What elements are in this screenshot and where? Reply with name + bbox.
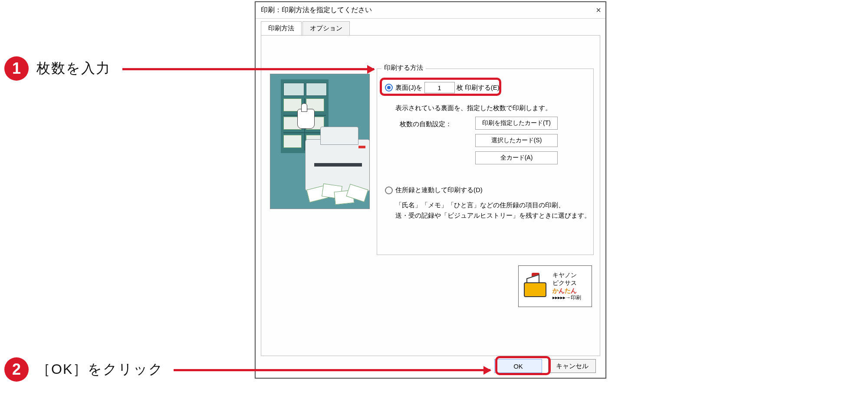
banner-text: キヤノン ピクサス かんたん ▸▸▸▸▸→印刷 <box>552 271 581 301</box>
group-title: 印刷する方法 <box>381 64 426 72</box>
paper-pile-icon <box>308 185 368 206</box>
btn-specified-cards[interactable]: 印刷を指定したカード(T) <box>475 117 558 130</box>
banner-arrow: ▸▸▸▸▸→印刷 <box>552 294 581 301</box>
printer-logo-icon <box>521 271 549 301</box>
tab-print-method[interactable]: 印刷方法 <box>261 21 302 35</box>
callout-line-2 <box>174 369 490 371</box>
titlebar: 印刷：印刷方法を指定してください × <box>256 2 605 19</box>
banner-line1: キヤノン <box>552 271 581 279</box>
print-method-group: 印刷する方法 裏面(J)を 枚 印刷する(E) 表示されている裏面を、指定した枚… <box>377 69 594 255</box>
row1-prefix: 裏面(J)を <box>395 84 423 92</box>
autoset-buttons: 印刷を指定したカード(T) 選択したカード(S) 全カード(A) <box>475 117 558 164</box>
row1-suffix: 枚 印刷する(E) <box>457 84 500 92</box>
dialog-title: 印刷：印刷方法を指定してください <box>261 6 372 15</box>
banner-kantan: かんたん <box>552 287 581 294</box>
row1-desc: 表示されている裏面を、指定した枚数で印刷します。 <box>395 103 552 113</box>
tab-option[interactable]: オプション <box>302 21 350 35</box>
printer-icon <box>305 139 370 191</box>
row2-desc1: 「氏名」「メモ」「ひと言」などの住所録の項目の印刷、 <box>395 200 565 210</box>
step-text-2: ［OK］をクリック <box>36 360 164 379</box>
btn-all-cards[interactable]: 全カード(A) <box>475 151 558 164</box>
autoset-label: 枚数の自動設定： <box>400 120 452 128</box>
preview-illustration <box>270 74 370 209</box>
row2-label: 住所録と連動して印刷する(D) <box>395 186 483 194</box>
tab-strip: 印刷方法 オプション <box>256 19 605 35</box>
highlight-ok <box>495 356 551 375</box>
print-dialog: 印刷：印刷方法を指定してください × 印刷方法 オプション 印刷する <box>255 1 606 379</box>
canon-pixus-banner: キヤノン ピクサス かんたん ▸▸▸▸▸→印刷 <box>518 265 592 307</box>
tab-sheet: 印刷する方法 裏面(J)を 枚 印刷する(E) 表示されている裏面を、指定した枚… <box>261 35 600 356</box>
radio-linked-addressbook[interactable] <box>385 186 393 194</box>
cancel-button[interactable]: キャンセル <box>548 359 596 373</box>
step-text-1: 枚数を入力 <box>36 59 111 78</box>
callout-step1: 1 枚数を入力 <box>4 56 111 81</box>
dialog-footer: OK キャンセル <box>256 354 605 378</box>
banner-line2: ピクサス <box>552 279 581 287</box>
step-badge-2: 2 <box>4 357 29 382</box>
row2-desc2: 送・受の記録や「ビジュアルヒストリー」を残すときに選びます。 <box>395 210 591 221</box>
step-badge-1: 1 <box>4 56 29 81</box>
callout-step2: 2 ［OK］をクリック <box>4 357 164 382</box>
btn-selected-cards[interactable]: 選択したカード(S) <box>475 134 558 147</box>
copies-input[interactable] <box>424 82 455 93</box>
hand-cursor-icon <box>297 109 315 129</box>
callout-line-1 <box>122 68 374 70</box>
close-icon[interactable]: × <box>596 5 601 15</box>
radio-back-face[interactable] <box>385 84 393 92</box>
